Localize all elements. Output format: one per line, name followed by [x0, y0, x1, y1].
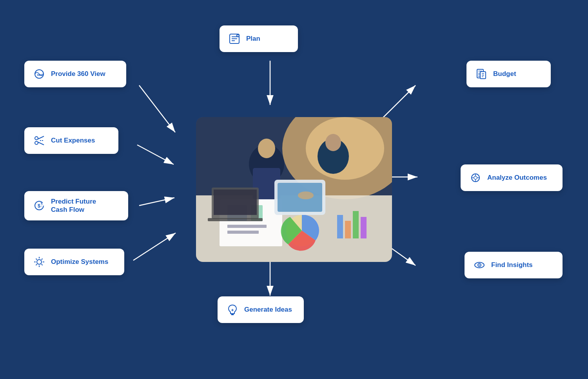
center-image	[196, 117, 392, 262]
card-generate-ideas[interactable]: Generate Ideas	[218, 296, 304, 323]
svg-point-28	[258, 139, 275, 158]
svg-point-65	[474, 176, 477, 179]
budget-icon	[474, 67, 488, 81]
card-plan[interactable]: Plan	[220, 25, 298, 52]
card-budget[interactable]: Budget	[466, 61, 551, 87]
svg-line-59	[38, 142, 44, 145]
plan-icon	[227, 32, 241, 46]
card-budget-label: Budget	[493, 70, 516, 78]
card-provide-360[interactable]: 360° Provide 360 View	[24, 61, 126, 87]
svg-rect-20	[227, 225, 267, 228]
svg-point-57	[35, 141, 38, 144]
svg-rect-37	[208, 218, 263, 221]
svg-rect-24	[345, 221, 351, 238]
card-optimize-label: Optimize Systems	[51, 258, 108, 266]
svg-rect-21	[227, 231, 259, 234]
svg-point-34	[298, 191, 314, 199]
svg-line-8	[133, 233, 176, 260]
svg-text:360°: 360°	[37, 73, 44, 77]
insights-icon	[472, 258, 486, 272]
card-find-insights[interactable]: Find Insights	[465, 252, 563, 278]
svg-line-7	[139, 198, 174, 206]
card-generate-ideas-label: Generate Ideas	[244, 305, 292, 314]
ideas-icon	[225, 303, 240, 317]
analyze-icon	[468, 171, 483, 185]
svg-line-6	[137, 145, 174, 164]
svg-point-63	[37, 260, 42, 264]
svg-rect-36	[214, 190, 257, 215]
card-predict-cash-flow[interactable]: $ Predict Future Cash Flow	[24, 191, 128, 220]
card-provide-360-label: Provide 360 View	[51, 70, 105, 78]
svg-rect-26	[361, 217, 367, 238]
svg-rect-25	[353, 211, 359, 238]
card-optimize-systems[interactable]: Optimize Systems	[24, 249, 124, 275]
optimize-icon	[32, 255, 46, 269]
card-analyze-label: Analyze Outcomes	[487, 173, 547, 182]
svg-point-56	[35, 137, 38, 140]
diagram-container: Plan Budget 360°	[0, 0, 588, 379]
card-cut-expenses[interactable]: Cut Expenses	[24, 127, 118, 154]
360-icon: 360°	[32, 67, 46, 81]
cash-flow-icon: $	[32, 199, 46, 213]
card-predict-label-line1: Predict Future	[51, 197, 96, 206]
svg-line-5	[139, 85, 175, 132]
svg-point-72	[479, 265, 480, 266]
card-analyze-outcomes[interactable]: Analyze Outcomes	[461, 164, 563, 191]
card-cut-expenses-label: Cut Expenses	[51, 136, 95, 144]
cut-expenses-icon	[32, 134, 46, 148]
svg-rect-23	[337, 215, 343, 238]
svg-text:$: $	[38, 203, 41, 209]
card-find-insights-label: Find Insights	[491, 261, 533, 269]
card-predict-label-line2: Cash Flow	[51, 206, 96, 214]
svg-point-31	[325, 134, 341, 151]
svg-line-58	[38, 136, 44, 139]
card-plan-label: Plan	[246, 34, 260, 43]
